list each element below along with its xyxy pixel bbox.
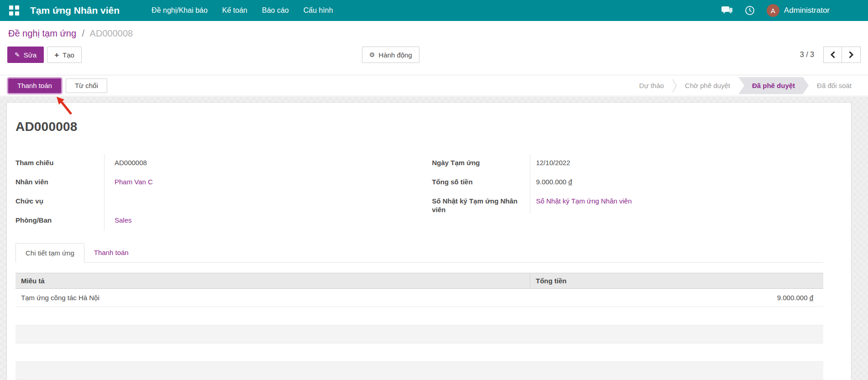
gear-icon: ⚙: [369, 52, 375, 58]
step-cho-phe-duyet[interactable]: Chờ phê duyệt: [677, 77, 738, 94]
pager-counter: 3 / 3: [800, 51, 814, 59]
step-chevron-icon: [672, 79, 677, 93]
step-da-doi-soat[interactable]: Đã đối soát: [809, 77, 860, 94]
tong-so-tien-value: 9.000.000 đ: [530, 173, 823, 193]
breadcrumb: Đề nghị tạm ứng / AD000008: [8, 27, 861, 39]
top-navbar: Tạm ứng Nhân viên Đề nghị/Khai báo Kế to…: [0, 0, 868, 21]
empty-row: [16, 344, 823, 362]
menu-item-de-nghi[interactable]: Đề nghị/Khai báo: [144, 0, 215, 21]
currency-symbol: đ: [568, 178, 572, 186]
column-header-mieu-ta[interactable]: Miêu tả: [16, 273, 530, 289]
currency-symbol: đ: [810, 294, 813, 302]
cell-amount[interactable]: 9.000.000 đ: [530, 289, 823, 307]
ngay-tam-ung-value: 12/10/2022: [530, 154, 823, 173]
step-du-thao[interactable]: Dự thảo: [631, 77, 672, 94]
field-tham-chieu: Tham chiếu AD000008: [16, 154, 387, 173]
nhan-vien-link[interactable]: Pham Van C: [115, 178, 153, 186]
systray: A Administrator: [721, 4, 830, 17]
empty-row: [16, 362, 823, 380]
refuse-button[interactable]: Từ chối: [66, 78, 107, 93]
pager-next-button[interactable]: [842, 47, 861, 63]
empty-row: [16, 325, 823, 344]
chevron-right-icon: [848, 51, 854, 58]
phong-ban-link[interactable]: Sales: [115, 216, 132, 224]
app-title[interactable]: Tạm ứng Nhân viên: [30, 5, 120, 16]
advance-lines-table: Miêu tả Tổng tiền Tạm ứng công tác Hà Nộ…: [16, 273, 823, 380]
avatar: A: [767, 4, 779, 17]
statusbar-steps: Dự thảo Chờ phê duyệt Đã phê duyệt Đã đố…: [631, 75, 860, 96]
breadcrumb-parent[interactable]: Đề nghị tạm ứng: [8, 28, 76, 38]
table-header-row: Miêu tả Tổng tiền: [16, 273, 823, 289]
field-groups: Tham chiếu AD000008 Nhân viên Pham Van C…: [16, 154, 823, 231]
empty-row: [16, 307, 823, 325]
user-menu[interactable]: A Administrator: [767, 4, 830, 17]
tab-thanh-toan[interactable]: Thanh toán: [84, 243, 138, 262]
breadcrumb-current: AD000008: [90, 28, 133, 38]
pencil-icon: ✎: [15, 52, 20, 58]
so-nhat-ky-link[interactable]: Sổ Nhật ký Tạm ứng Nhân viên: [536, 197, 632, 205]
notebook-tabs: Chi tiết tạm ứng Thanh toán: [16, 243, 823, 263]
cell-description[interactable]: Tạm ứng công tác Hà Nội: [16, 289, 530, 307]
pager-previous-button[interactable]: [823, 47, 842, 63]
control-panel: Đề nghị tạm ứng / AD000008 ✎ Sửa + Tạo ⚙…: [0, 21, 868, 75]
activities-clock-icon[interactable]: [744, 5, 756, 16]
apps-grid-icon[interactable]: [9, 5, 19, 16]
menu-item-ke-toan[interactable]: Kế toán: [215, 0, 255, 21]
main-menu: Đề nghị/Khai báo Kế toán Báo cáo Cấu hìn…: [144, 0, 340, 21]
field-so-nhat-ky: Sổ Nhật ký Tạm ứng Nhân viên Sổ Nhật ký …: [432, 193, 823, 214]
create-button[interactable]: + Tạo: [47, 47, 82, 63]
statusbar: Thanh toán Từ chối Dự thảo Chờ phê duyệt…: [0, 75, 868, 96]
field-phong-ban: Phòng/Ban Sales: [16, 212, 387, 231]
menu-item-cau-hinh[interactable]: Cấu hình: [296, 0, 340, 21]
pager: [823, 47, 861, 63]
messages-icon[interactable]: [721, 5, 733, 16]
record-title: AD000008: [16, 120, 823, 134]
field-ngay-tam-ung: Ngày Tạm ứng 12/10/2022: [432, 154, 823, 173]
user-name: Administrator: [784, 6, 830, 15]
tab-chi-tiet-tam-ung[interactable]: Chi tiết tạm ứng: [16, 243, 84, 263]
plus-icon: +: [54, 51, 59, 59]
field-chuc-vu: Chức vụ: [16, 193, 387, 212]
menu-item-bao-cao[interactable]: Báo cáo: [255, 0, 296, 21]
step-da-phe-duyet[interactable]: Đã phê duyệt: [738, 77, 809, 94]
action-button[interactable]: ⚙ Hành động: [362, 47, 419, 63]
edit-button[interactable]: ✎ Sửa: [7, 47, 44, 63]
pay-button[interactable]: Thanh toán: [8, 78, 61, 93]
tham-chieu-value: AD000008: [104, 154, 387, 173]
column-header-tong-tien[interactable]: Tổng tiền: [530, 273, 823, 289]
form-sheet: AD000008 Tham chiếu AD000008 Nhân viên P…: [6, 102, 852, 380]
page-background: AD000008 Tham chiếu AD000008 Nhân viên P…: [0, 97, 868, 380]
field-tong-so-tien: Tổng số tiền 9.000.000 đ: [432, 173, 823, 193]
chuc-vu-value: [104, 193, 387, 212]
table-row[interactable]: Tạm ứng công tác Hà Nội 9.000.000 đ: [16, 289, 823, 307]
chevron-left-icon: [830, 51, 836, 58]
field-nhan-vien: Nhân viên Pham Van C: [16, 173, 387, 193]
breadcrumb-separator: /: [82, 28, 85, 38]
